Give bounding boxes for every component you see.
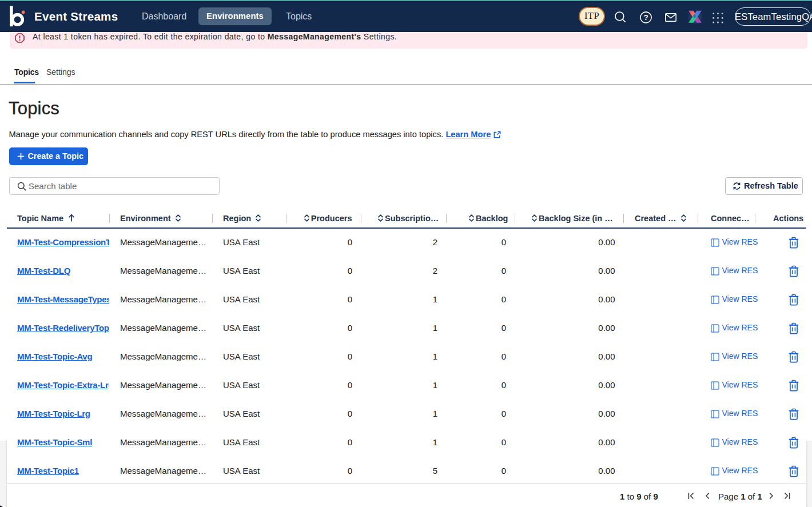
- svg-text:?: ?: [643, 13, 648, 22]
